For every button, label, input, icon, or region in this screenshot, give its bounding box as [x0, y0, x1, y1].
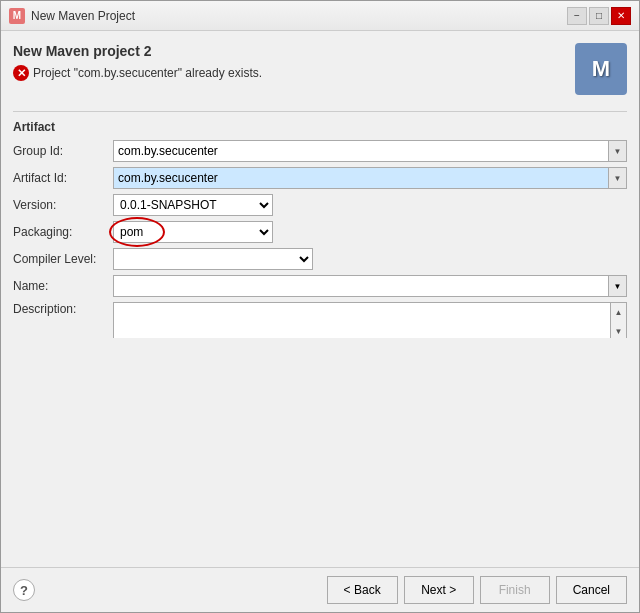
maven-logo-letter: M — [592, 56, 610, 82]
window-controls: − □ ✕ — [567, 7, 631, 25]
group-id-input-wrapper: ▼ — [113, 140, 627, 162]
group-id-input[interactable] — [114, 141, 608, 161]
compiler-level-control — [113, 248, 627, 270]
artifact-id-control: ▼ — [113, 167, 627, 189]
name-row: Name: ▼ — [13, 275, 627, 297]
minimize-button[interactable]: − — [567, 7, 587, 25]
content-spacer — [13, 338, 627, 556]
name-label: Name: — [13, 279, 113, 293]
error-row: ✕ Project "com.by.secucenter" already ex… — [13, 65, 575, 81]
name-dropdown-arrow[interactable]: ▼ — [608, 276, 626, 296]
packaging-label: Packaging: — [13, 225, 113, 239]
back-button[interactable]: < Back — [327, 576, 398, 604]
next-button[interactable]: Next > — [404, 576, 474, 604]
compiler-level-row: Compiler Level: — [13, 248, 627, 270]
maven-logo: M — [575, 43, 627, 95]
version-label: Version: — [13, 198, 113, 212]
group-id-control: ▼ — [113, 140, 627, 162]
error-message: Project "com.by.secucenter" already exis… — [33, 66, 262, 80]
dialog-footer: ? < Back Next > Finish Cancel — [1, 567, 639, 612]
scroll-up-button[interactable]: ▲ — [611, 303, 626, 322]
window-title: New Maven Project — [31, 9, 135, 23]
artifact-id-input[interactable] — [114, 168, 608, 188]
header-left: New Maven project 2 ✕ Project "com.by.se… — [13, 43, 575, 81]
packaging-wrapper: pom jar war ear rar ejb maven-plugin — [113, 221, 627, 243]
packaging-select[interactable]: pom jar war ear rar ejb maven-plugin — [113, 221, 273, 243]
name-input-wrapper: ▼ — [113, 275, 627, 297]
description-label: Description: — [13, 302, 113, 316]
packaging-row: Packaging: pom jar war ear rar ejb maven… — [13, 221, 627, 243]
form-area: Artifact Group Id: ▼ Artifact Id: ▼ — [13, 120, 627, 338]
header-separator — [13, 111, 627, 112]
artifact-id-label: Artifact Id: — [13, 171, 113, 185]
maximize-button[interactable]: □ — [589, 7, 609, 25]
error-icon: ✕ — [13, 65, 29, 81]
scroll-down-button[interactable]: ▼ — [611, 322, 626, 338]
window-icon: M — [9, 8, 25, 24]
description-scrollbar: ▲ ▼ — [611, 302, 627, 338]
footer-left: ? — [13, 579, 35, 601]
title-bar: M New Maven Project − □ ✕ — [1, 1, 639, 31]
version-control: 0.0.1-SNAPSHOT — [113, 194, 627, 216]
dialog-content: New Maven project 2 ✕ Project "com.by.se… — [1, 31, 639, 567]
version-select[interactable]: 0.0.1-SNAPSHOT — [113, 194, 273, 216]
footer-buttons: < Back Next > Finish Cancel — [327, 576, 627, 604]
group-id-dropdown-arrow[interactable]: ▼ — [608, 141, 626, 161]
packaging-control: pom jar war ear rar ejb maven-plugin — [113, 221, 627, 243]
artifact-section-label: Artifact — [13, 120, 627, 134]
finish-button[interactable]: Finish — [480, 576, 550, 604]
title-bar-left: M New Maven Project — [9, 8, 135, 24]
help-button[interactable]: ? — [13, 579, 35, 601]
name-input[interactable] — [114, 279, 608, 293]
version-select-row: 0.0.1-SNAPSHOT — [113, 194, 627, 216]
artifact-id-dropdown-arrow[interactable]: ▼ — [608, 168, 626, 188]
dialog-window: M New Maven Project − □ ✕ New Maven proj… — [0, 0, 640, 613]
artifact-id-row: Artifact Id: ▼ — [13, 167, 627, 189]
version-row: Version: 0.0.1-SNAPSHOT — [13, 194, 627, 216]
compiler-level-select[interactable] — [113, 248, 313, 270]
compiler-level-label: Compiler Level: — [13, 252, 113, 266]
close-button[interactable]: ✕ — [611, 7, 631, 25]
description-row: Description: ▲ ▼ — [13, 302, 627, 338]
description-wrapper: ▲ ▼ — [113, 302, 627, 338]
wizard-header: New Maven project 2 ✕ Project "com.by.se… — [13, 43, 627, 95]
group-id-label: Group Id: — [13, 144, 113, 158]
description-input[interactable] — [113, 302, 611, 338]
cancel-button[interactable]: Cancel — [556, 576, 627, 604]
wizard-title: New Maven project 2 — [13, 43, 575, 59]
artifact-id-input-wrapper: ▼ — [113, 167, 627, 189]
group-id-row: Group Id: ▼ — [13, 140, 627, 162]
name-control: ▼ — [113, 275, 627, 297]
